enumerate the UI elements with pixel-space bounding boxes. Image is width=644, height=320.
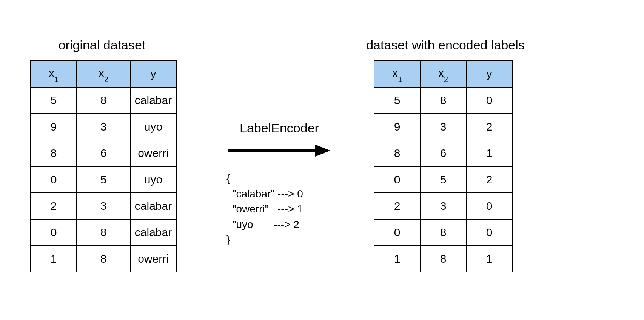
table-header-row: x1 x2 y	[31, 61, 176, 87]
table-row: 05uyo	[31, 166, 176, 193]
table-row: 08calabar	[31, 219, 176, 246]
encoder-label: LabelEncoder	[211, 121, 347, 135]
left-table-title: original dataset	[30, 38, 174, 52]
table-row: 861	[374, 140, 512, 166]
arrow-icon	[211, 143, 347, 160]
encoder-block: LabelEncoder { "calabar" ---> 0 "owerri"…	[211, 121, 347, 248]
table-row: 052	[374, 166, 512, 193]
diagram-container: original dataset dataset with encoded la…	[0, 0, 644, 320]
table-row: 23calabar	[31, 193, 176, 219]
encoded-dataset-table: x1 x2 y 580 932 861 052 230 080 181	[374, 60, 513, 272]
col-x2: x2	[77, 61, 130, 87]
table-row: 86owerri	[31, 140, 176, 166]
table-header-row: x1 x2 y	[374, 61, 512, 87]
table-row: 580	[374, 87, 512, 114]
original-dataset-table: x1 x2 y 58calabar 93uyo 86owerri 05uyo 2…	[30, 60, 177, 272]
col-x2: x2	[420, 61, 466, 87]
col-y: y	[466, 61, 512, 87]
label-mapping: { "calabar" ---> 0 "owerri" ---> 1 "uyo …	[211, 171, 347, 248]
table-row: 18owerri	[31, 246, 176, 272]
right-table-title: dataset with encoded labels	[351, 38, 540, 52]
col-y: y	[130, 61, 176, 87]
col-x1: x1	[31, 61, 77, 87]
table-row: 181	[374, 246, 512, 272]
table-row: 080	[374, 219, 512, 246]
col-x1: x1	[374, 61, 420, 87]
table-row: 230	[374, 193, 512, 219]
table-row: 58calabar	[31, 87, 176, 114]
table-row: 93uyo	[31, 114, 176, 140]
svg-marker-1	[315, 145, 330, 157]
table-row: 932	[374, 114, 512, 140]
